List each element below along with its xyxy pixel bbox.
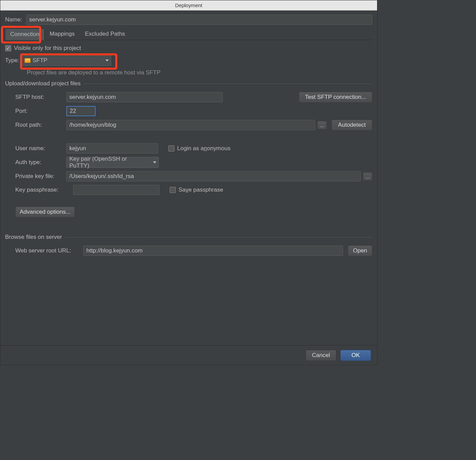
port-label: Port: — [15, 108, 66, 114]
dialog-footer: Cancel OK — [0, 345, 377, 365]
test-sftp-button[interactable]: Test SFTP connection... — [299, 92, 372, 103]
auth-type-value: Key pair (OpenSSH or PuTTY) — [69, 156, 148, 169]
user-name-input[interactable] — [66, 143, 158, 154]
private-key-browse-button[interactable]: ... — [363, 172, 372, 181]
login-anonymous-checkbox[interactable] — [168, 145, 174, 152]
deployment-dialog: Deployment Name: Connection Mappings Exc… — [0, 0, 377, 365]
visible-only-checkbox[interactable] — [5, 45, 11, 51]
cancel-button[interactable]: Cancel — [306, 350, 336, 361]
open-button[interactable]: Open — [348, 245, 372, 256]
web-root-input[interactable] — [83, 246, 343, 256]
key-passphrase-input[interactable] — [73, 185, 159, 195]
type-selected: SFTP — [33, 57, 47, 64]
chevron-down-icon — [150, 161, 158, 163]
type-label: Type: — [5, 57, 21, 64]
tab-excluded-paths[interactable]: Excluded Paths — [80, 28, 130, 40]
sftp-host-input[interactable] — [66, 92, 223, 102]
tab-connection[interactable]: Connection — [5, 29, 45, 40]
visible-only-label: Visible only for this project — [14, 45, 81, 52]
advanced-options-button[interactable]: Advanced options... — [15, 207, 75, 217]
port-input[interactable] — [66, 106, 96, 116]
user-name-label: User name: — [15, 145, 66, 152]
tab-mappings[interactable]: Mappings — [45, 28, 80, 40]
save-passphrase-checkbox[interactable] — [170, 187, 176, 193]
root-path-browse-button[interactable]: ... — [317, 121, 327, 129]
web-root-label: Web server root URL: — [15, 247, 83, 254]
window-title: Deployment — [0, 0, 377, 11]
chevron-down-icon — [103, 59, 111, 61]
auth-type-select[interactable]: Key pair (OpenSSH or PuTTY) — [66, 157, 159, 168]
section-upload-label: Upload/download project files — [5, 80, 81, 87]
section-browse-label: Browse files on server — [5, 234, 62, 241]
key-passphrase-label: Key passphrase: — [15, 187, 73, 193]
private-key-input[interactable] — [66, 171, 361, 181]
divider — [84, 84, 372, 84]
root-path-label: Root path: — [15, 122, 66, 128]
type-hint: Project files are deployed to a remote h… — [27, 69, 372, 76]
name-label: Name: — [5, 16, 26, 23]
sftp-host-label: SFTP host: — [15, 94, 66, 101]
root-path-input[interactable] — [66, 120, 315, 130]
save-passphrase-label: Save passphrase — [178, 187, 223, 193]
name-input[interactable] — [26, 15, 372, 25]
type-select[interactable]: SFTP — [21, 55, 111, 66]
private-key-label: Private key file: — [15, 173, 66, 180]
auth-type-label: Auth type: — [15, 159, 66, 166]
ok-button[interactable]: OK — [340, 350, 371, 361]
login-anonymous-label: Login as anonymous — [177, 145, 231, 152]
autodetect-button[interactable]: Autodetect — [332, 120, 372, 130]
sftp-icon — [24, 58, 31, 63]
divider — [65, 237, 372, 237]
tabs: Connection Mappings Excluded Paths — [5, 28, 372, 40]
